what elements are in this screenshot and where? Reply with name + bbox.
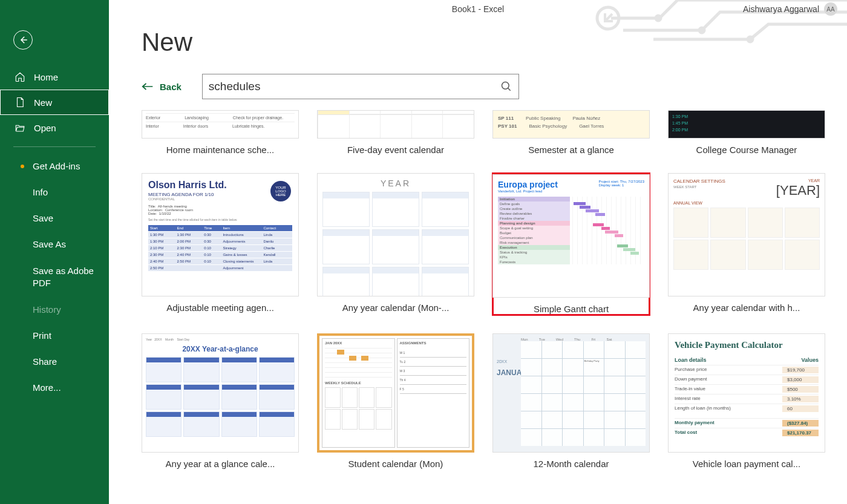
search-box[interactable] xyxy=(202,74,519,99)
template-thumb: ExteriorLandscapingCheck for proper drai… xyxy=(142,110,299,139)
search-icon[interactable] xyxy=(500,80,512,93)
arrow-left-icon xyxy=(18,34,28,45)
svg-point-4 xyxy=(502,82,509,90)
template-thumb: Europa project Vanderbilt, Ltd. Project … xyxy=(492,174,650,298)
nav-more[interactable]: More... xyxy=(0,375,109,401)
template-label: Semester at a glance xyxy=(528,145,614,155)
nav-save[interactable]: Save xyxy=(0,205,109,231)
template-student-calendar[interactable]: JAN 20XX WEEKLY SCHEDULE ASSIGNMENTS xyxy=(317,333,474,469)
template-label: Vehicle loan payment cal... xyxy=(693,459,800,469)
nav-share[interactable]: Share xyxy=(0,349,109,375)
template-semester[interactable]: SP 111Public SpeakingPaula Núñez PSY 101… xyxy=(492,110,650,155)
template-thumb: Year 20XX Month Start Day 20XX Year-at-a… xyxy=(142,333,299,453)
template-label: Any year calendar with h... xyxy=(693,303,800,313)
nav-separator xyxy=(13,146,96,147)
search-input[interactable] xyxy=(209,80,500,93)
nav-home[interactable]: Home xyxy=(0,64,109,90)
template-any-year-h[interactable]: CALENDAR SETTINGS WEEK START YEAR [YEAR]… xyxy=(668,173,825,315)
nav-save-as[interactable]: Save As xyxy=(0,231,109,257)
template-12-month[interactable]: MonTueWedThuFriSat 20XX JANUARY Birthday… xyxy=(492,333,650,469)
template-label: Any year calendar (Mon-... xyxy=(342,303,450,313)
document-icon xyxy=(15,97,25,108)
nav-history: History xyxy=(0,296,109,322)
nav-print[interactable]: Print xyxy=(0,322,109,349)
template-thumb: YEAR xyxy=(317,173,474,296)
template-thumb: Vehicle Payment Calculator Loan detailsV… xyxy=(668,333,825,453)
template-thumb: SP 111Public SpeakingPaula Núñez PSY 101… xyxy=(492,110,650,139)
back-button[interactable] xyxy=(13,30,33,50)
template-label: College Course Manager xyxy=(696,145,797,155)
template-thumb: 1:30 PM1:45 PM2:00 PM xyxy=(668,110,825,139)
template-label: Student calendar (Mon) xyxy=(348,459,443,469)
arrow-left-icon xyxy=(142,82,154,91)
template-label: Simple Gantt chart xyxy=(534,304,609,314)
template-any-year-mon[interactable]: YEAR Any year calendar (Mon-... xyxy=(317,173,474,315)
template-five-day[interactable]: Five-day event calendar xyxy=(317,110,474,155)
nav-new[interactable]: New xyxy=(0,90,109,115)
template-year-at-a-glance[interactable]: Year 20XX Month Start Day 20XX Year-at-a… xyxy=(142,333,299,469)
template-label: Home maintenance sche... xyxy=(166,145,274,155)
template-home-maintenance[interactable]: ExteriorLandscapingCheck for proper drai… xyxy=(142,110,299,155)
template-vehicle-loan[interactable]: Vehicle Payment Calculator Loan detailsV… xyxy=(668,333,825,469)
folder-open-icon xyxy=(15,122,25,133)
template-thumb: YOUR LOGO HERE Olson Harris Ltd. MEETING… xyxy=(142,173,299,296)
nav-info[interactable]: Info xyxy=(0,179,109,205)
template-label: Five-day event calendar xyxy=(347,145,444,155)
template-grid: ExteriorLandscapingCheck for proper drai… xyxy=(142,110,819,469)
template-simple-gantt[interactable]: Europa project Vanderbilt, Ltd. Project … xyxy=(492,173,650,315)
backstage-sidebar: Home New Open Get Add-ins Info Save Save… xyxy=(0,0,109,504)
template-thumb: JAN 20XX WEEKLY SCHEDULE ASSIGNMENTS xyxy=(317,333,474,453)
template-thumb: CALENDAR SETTINGS WEEK START YEAR [YEAR]… xyxy=(668,173,825,296)
search-back-button[interactable]: Back xyxy=(142,82,182,92)
nav-open[interactable]: Open xyxy=(0,115,109,140)
template-college-course[interactable]: 1:30 PM1:45 PM2:00 PM College Course Man… xyxy=(668,110,825,155)
template-label: 12-Month calendar xyxy=(533,459,609,469)
template-label: Adjustable meeting agen... xyxy=(166,303,274,313)
main-content: New Back ExteriorLandscapingCheck for pr… xyxy=(109,0,847,504)
search-row: Back xyxy=(142,74,819,99)
template-thumb xyxy=(317,110,474,139)
page-title: New xyxy=(142,28,819,57)
nav-save-adobe-pdf[interactable]: Save as Adobe PDF xyxy=(0,257,109,296)
template-label: Any year at a glance cale... xyxy=(166,459,275,469)
template-meeting-agenda[interactable]: YOUR LOGO HERE Olson Harris Ltd. MEETING… xyxy=(142,173,299,315)
template-thumb: MonTueWedThuFriSat 20XX JANUARY Birthday… xyxy=(492,333,650,453)
nav-get-addins[interactable]: Get Add-ins xyxy=(0,153,109,179)
home-icon xyxy=(15,71,25,82)
